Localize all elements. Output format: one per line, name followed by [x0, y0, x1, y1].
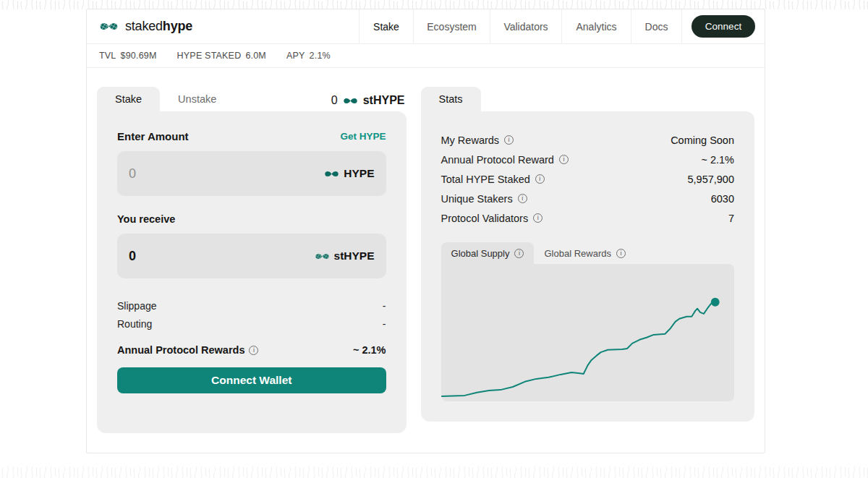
stat-row-unique-stakers: Unique Stakersi 6030 — [441, 189, 734, 208]
annual-rewards-label: Annual Protocol Rewards — [117, 344, 244, 356]
info-icon[interactable]: i — [514, 249, 524, 258]
total-staked-value: 5,957,900 — [687, 174, 734, 185]
tvl-stat: TVL $90.69M — [99, 51, 157, 61]
slippage-label: Slippage — [117, 297, 157, 315]
connect-button[interactable]: Connect — [692, 15, 755, 38]
stats-rows: My Rewardsi Coming Soon Annual Protocol … — [441, 130, 734, 228]
hype-staked-value: 6.0M — [245, 51, 266, 61]
unique-stakers-value: 6030 — [711, 193, 734, 205]
balance-token: stHYPE — [363, 94, 405, 107]
page: stakedhype Stake Ecosystem Validators An… — [0, 0, 868, 478]
annual-rewards-value: ~ 2.1% — [353, 344, 386, 356]
sthype-output-token: stHYPE — [315, 249, 375, 263]
nav-item-stake[interactable]: Stake — [359, 9, 413, 43]
routing-label: Routing — [117, 315, 152, 333]
tab-global-supply[interactable]: Global Supply i — [441, 242, 535, 264]
stats-tab-row: Stats — [421, 87, 754, 111]
stat-row-annual-reward: Annual Protocol Rewardi ~ 2.1% — [441, 150, 734, 169]
receive-value: 0 — [129, 249, 136, 264]
apy-value: 2.1% — [310, 51, 331, 61]
enter-amount-label: Enter Amount — [117, 130, 189, 142]
annual-reward-label: Annual Protocol Reward — [441, 154, 554, 166]
hype-token-selector: HYPE — [324, 167, 374, 180]
amount-input[interactable]: 0 HYPE — [117, 151, 386, 196]
top-navigation: stakedhype Stake Ecosystem Validators An… — [87, 9, 765, 44]
tab-unstake[interactable]: Unstake — [160, 87, 234, 111]
chart-end-point — [710, 298, 719, 307]
stat-row-total-staked: Total HYPE Stakedi 5,957,900 — [441, 169, 734, 189]
stake-column: Stake Unstake 0 stHYPE Enter Amount Get … — [97, 87, 407, 433]
brand-name: stakedhype — [125, 19, 192, 34]
routing-value: - — [383, 315, 386, 333]
stat-row-my-rewards: My Rewardsi Coming Soon — [441, 130, 734, 150]
protocol-stats-bar: TVL $90.69M HYPE STAKED 6.0M APY 2.1% — [87, 44, 765, 68]
hype-token-label: HYPE — [344, 167, 374, 180]
info-icon[interactable]: i — [616, 249, 626, 258]
unique-stakers-label: Unique Stakers — [441, 193, 513, 205]
tab-stake[interactable]: Stake — [97, 87, 160, 111]
stake-tab-row: Stake Unstake 0 stHYPE — [97, 87, 407, 111]
apy-stat: APY 2.1% — [286, 51, 331, 61]
tvl-label: TVL — [99, 51, 116, 61]
topographic-pattern-bottom — [0, 466, 868, 478]
nav-item-analytics[interactable]: Analytics — [561, 9, 631, 43]
info-icon[interactable]: i — [533, 213, 542, 223]
main-content: Stake Unstake 0 stHYPE Enter Amount Get … — [87, 68, 765, 433]
routing-row: Routing - — [117, 315, 386, 333]
amount-header: Enter Amount Get HYPE — [117, 130, 386, 142]
tx-details: Slippage - Routing - — [117, 297, 386, 333]
annual-reward-value: ~ 2.1% — [701, 154, 734, 166]
get-hype-link[interactable]: Get HYPE — [340, 131, 386, 142]
brand-logo[interactable]: stakedhype — [87, 9, 359, 43]
hype-staked-label: HYPE STAKED — [177, 51, 242, 61]
my-rewards-value: Coming Soon — [671, 135, 734, 146]
receive-output: 0 stHYPE — [117, 234, 386, 278]
annual-rewards-row: Annual Protocol Rewards i ~ 2.1% — [117, 344, 386, 356]
stakedhype-logo-icon — [99, 20, 119, 33]
tab-global-rewards[interactable]: Global Rewards i — [534, 242, 636, 264]
info-icon[interactable]: i — [249, 346, 258, 355]
global-rewards-label: Global Rewards — [544, 248, 611, 259]
slippage-row: Slippage - — [117, 297, 386, 315]
hype-token-icon — [324, 168, 339, 179]
info-icon[interactable]: i — [504, 135, 514, 145]
supply-line-chart-svg — [441, 264, 734, 401]
you-receive-label: You receive — [117, 213, 386, 225]
nav-item-validators[interactable]: Validators — [490, 9, 561, 43]
tvl-value: $90.69M — [121, 51, 157, 61]
info-icon[interactable]: i — [518, 194, 527, 203]
nav-connect-cell: Connect — [681, 9, 765, 43]
sthype-balance: 0 stHYPE — [331, 94, 407, 111]
chart-tabs: Global Supply i Global Rewards i — [441, 242, 734, 264]
info-icon[interactable]: i — [559, 155, 569, 164]
stat-row-protocol-validators: Protocol Validatorsi 7 — [441, 208, 734, 228]
stake-panel: Enter Amount Get HYPE 0 HYPE You receive — [97, 111, 407, 433]
my-rewards-label: My Rewards — [441, 135, 500, 146]
connect-wallet-button[interactable]: Connect Wallet — [117, 367, 386, 393]
apy-label: APY — [286, 51, 305, 61]
balance-amount: 0 — [331, 94, 338, 107]
tab-stats[interactable]: Stats — [421, 87, 481, 111]
protocol-validators-value: 7 — [728, 213, 734, 224]
stats-column: Stats My Rewardsi Coming Soon Annual Pro… — [421, 87, 754, 433]
info-icon[interactable]: i — [535, 174, 545, 184]
sthype-plaid-icon — [315, 251, 330, 262]
sthype-token-icon — [343, 95, 358, 106]
stats-panel: My Rewardsi Coming Soon Annual Protocol … — [421, 111, 754, 422]
amount-input-value[interactable]: 0 — [129, 166, 136, 182]
total-staked-label: Total HYPE Staked — [441, 174, 530, 185]
hype-staked-stat: HYPE STAKED 6.0M — [177, 51, 266, 61]
app-window: stakedhype Stake Ecosystem Validators An… — [86, 9, 765, 453]
slippage-value: - — [383, 297, 386, 315]
global-supply-label: Global Supply — [451, 248, 510, 259]
sthype-output-label: stHYPE — [334, 249, 375, 263]
global-supply-chart — [441, 264, 734, 401]
nav-item-docs[interactable]: Docs — [631, 9, 681, 43]
protocol-validators-label: Protocol Validators — [441, 213, 529, 224]
nav-item-ecosystem[interactable]: Ecosystem — [413, 9, 490, 43]
